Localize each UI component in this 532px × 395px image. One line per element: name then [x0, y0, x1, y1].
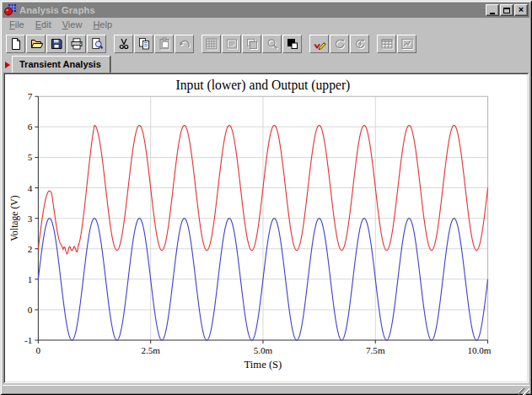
copy-icon — [137, 37, 151, 51]
cycle-run-button — [350, 35, 369, 53]
y-axis-label: Voltage (V) — [9, 195, 20, 241]
overlay-icon — [245, 37, 259, 51]
legend-button — [222, 35, 241, 53]
cut-icon — [117, 37, 131, 51]
x-tick-label: 5.0m — [254, 345, 273, 355]
toolbar-separator — [107, 35, 114, 53]
undo-button — [175, 35, 194, 53]
y-tick-label: 5 — [28, 152, 33, 162]
overlay-button — [242, 35, 261, 53]
minimize-button[interactable] — [486, 4, 499, 16]
y-tick-label: 1 — [28, 274, 33, 284]
y-tick-label: 4 — [28, 183, 33, 193]
toolbar-separator — [370, 35, 377, 53]
cut-button[interactable] — [114, 35, 133, 53]
copy-button[interactable] — [134, 35, 153, 53]
title-bar: Analysis Graphs × — [3, 3, 529, 18]
report-icon — [400, 37, 414, 51]
grid-button — [202, 35, 221, 53]
x-tick-label: 10.0m — [467, 345, 491, 355]
print-preview-button[interactable] — [87, 35, 106, 53]
menu-view[interactable]: View — [57, 19, 89, 31]
report-button — [397, 35, 416, 53]
table-icon — [380, 37, 394, 51]
status-bar — [3, 385, 529, 395]
chart-title: Input (lower) and Output (upper) — [176, 78, 351, 93]
minimize-icon — [490, 13, 495, 14]
open-folder-button[interactable] — [26, 35, 46, 53]
zoom-icon — [266, 37, 279, 51]
app-icon — [4, 4, 17, 16]
y-tick-label: 7 — [28, 91, 33, 101]
x-tick-label: 2.5m — [141, 345, 160, 355]
print-icon — [70, 37, 83, 51]
y-tick-label: 6 — [28, 122, 33, 132]
chart-panel: -10123456702.5m5.0m7.5m10.0mInput (lower… — [3, 73, 529, 383]
maximize-icon — [503, 8, 510, 14]
resize-grip[interactable] — [519, 388, 529, 395]
menu-file[interactable]: File — [4, 19, 30, 31]
x-tick-label: 7.5m — [366, 345, 385, 355]
close-button[interactable]: × — [514, 4, 528, 16]
menu-edit[interactable]: Edit — [30, 19, 57, 31]
toolbar-separator — [303, 35, 309, 53]
menu-help[interactable]: Help — [88, 19, 118, 31]
cycle-button — [330, 35, 349, 53]
save-button[interactable] — [46, 35, 66, 53]
toolbar-separator — [195, 35, 202, 53]
open-folder-icon — [30, 37, 43, 51]
print-preview-icon — [90, 37, 104, 51]
toolbar — [3, 32, 529, 55]
tab-transient-analysis[interactable]: Transient Analysis — [12, 56, 110, 73]
y-tick-label: 2 — [28, 244, 33, 254]
new-document-button[interactable] — [6, 35, 25, 53]
legend-icon — [225, 37, 239, 51]
foreground-button[interactable] — [282, 35, 302, 53]
table-button — [377, 35, 396, 53]
window-title: Analysis Graphs — [19, 5, 485, 15]
tab-bar: Transient Analysis — [3, 55, 529, 73]
y-tick-label: 3 — [28, 214, 33, 224]
new-document-icon — [9, 37, 23, 51]
grid-icon — [205, 37, 218, 51]
foreground-icon — [286, 37, 299, 51]
zoom-button — [262, 35, 282, 53]
transient-analysis-chart: -10123456702.5m5.0m7.5m10.0mInput (lower… — [6, 75, 526, 381]
cycle-icon — [333, 37, 347, 51]
cycle-run-icon — [353, 37, 367, 51]
pencil-check-button[interactable] — [309, 35, 329, 53]
undo-icon — [178, 37, 191, 51]
y-tick-label: -1 — [24, 335, 32, 345]
red-arrow-icon — [5, 62, 10, 68]
print-button[interactable] — [67, 35, 86, 53]
analysis-graphs-window: Analysis Graphs × FileEditViewHelp Trans… — [0, 0, 532, 395]
close-icon: × — [519, 5, 524, 14]
paste-icon — [158, 37, 171, 51]
pencil-check-icon — [313, 37, 326, 51]
menu-bar: FileEditViewHelp — [3, 18, 529, 32]
x-axis-label: Time (S) — [245, 359, 282, 371]
maximize-button[interactable] — [500, 4, 513, 16]
y-tick-label: 0 — [28, 305, 33, 315]
x-tick-label: 0 — [36, 345, 41, 355]
save-icon — [50, 37, 63, 51]
paste-button — [154, 35, 174, 53]
